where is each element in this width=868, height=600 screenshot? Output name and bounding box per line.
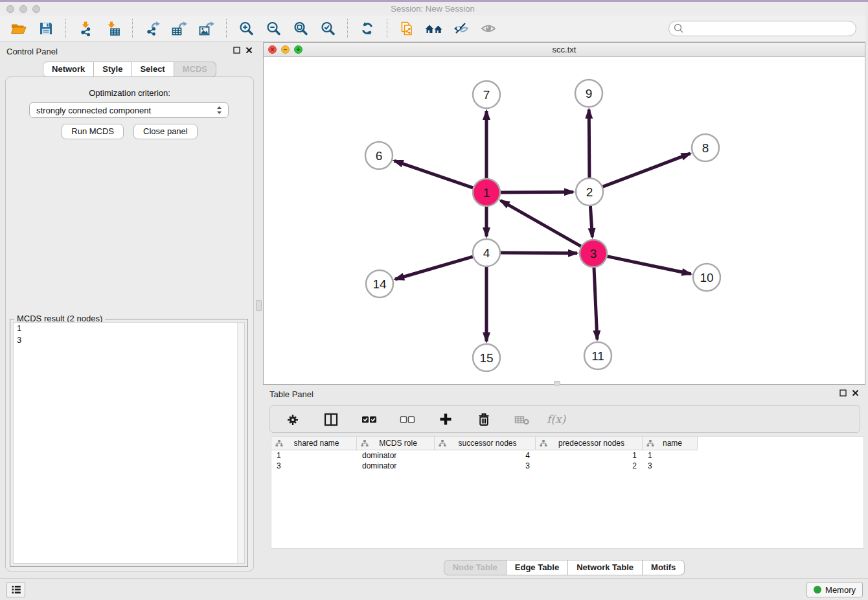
edge-2-3[interactable] bbox=[590, 206, 592, 237]
close-table-panel-icon[interactable] bbox=[852, 389, 859, 397]
edge-2-9[interactable] bbox=[589, 110, 589, 178]
table-options-button[interactable] bbox=[282, 409, 303, 430]
tab-network-table[interactable]: Network Table bbox=[568, 560, 643, 575]
node-14[interactable]: 14 bbox=[366, 270, 393, 297]
unchecked-boxes-icon bbox=[399, 411, 416, 427]
table-toolbar: f(x) bbox=[269, 405, 860, 433]
hide-details-button[interactable] bbox=[478, 18, 499, 39]
cell-shared-name[interactable]: 1 bbox=[271, 450, 357, 461]
show-column-panel-button[interactable] bbox=[321, 409, 341, 430]
cell-predecessor-nodes[interactable]: 1 bbox=[536, 450, 643, 461]
select-all-columns-button[interactable] bbox=[359, 409, 380, 430]
search-input[interactable] bbox=[685, 22, 856, 35]
vertical-splitter-handle[interactable] bbox=[256, 300, 262, 311]
import-table-icon bbox=[105, 21, 120, 36]
column-type-icon bbox=[646, 439, 654, 447]
graphics-details-button[interactable] bbox=[451, 18, 472, 39]
float-table-panel-icon[interactable] bbox=[839, 389, 847, 397]
memory-button[interactable]: Memory bbox=[806, 582, 863, 597]
create-column-button[interactable] bbox=[435, 409, 456, 430]
node-3[interactable]: 3 bbox=[580, 240, 607, 267]
node-9[interactable]: 9 bbox=[575, 80, 602, 107]
network-overview-button[interactable] bbox=[424, 18, 444, 39]
cell-mcds-role[interactable]: dominator bbox=[357, 461, 435, 471]
edge-3-1[interactable] bbox=[501, 200, 581, 246]
run-mcds-button[interactable]: Run MCDS bbox=[62, 124, 124, 139]
column-header-name[interactable]: name bbox=[643, 437, 698, 450]
node-1[interactable]: 1 bbox=[473, 179, 500, 206]
tab-network[interactable]: Network bbox=[43, 62, 94, 77]
zoom-out-button[interactable] bbox=[263, 18, 284, 39]
export-image-button[interactable] bbox=[196, 18, 217, 39]
table-header-row: shared nameMCDS rolesuccessor nodesprede… bbox=[271, 437, 863, 450]
edge-2-8[interactable] bbox=[603, 154, 691, 187]
edge-1-6[interactable] bbox=[394, 161, 474, 188]
node-label: 14 bbox=[372, 277, 387, 291]
node-label: 10 bbox=[700, 271, 713, 284]
tab-motifs[interactable]: Motifs bbox=[643, 560, 685, 575]
export-network-button[interactable] bbox=[142, 18, 163, 39]
cell-mcds-role[interactable]: dominator bbox=[357, 450, 435, 461]
cell-predecessor-nodes[interactable]: 2 bbox=[536, 461, 643, 471]
result-line: 1 bbox=[14, 323, 244, 334]
edge-3-11[interactable] bbox=[594, 268, 597, 340]
mcds-result-groupbox: MCDS result (2 nodes) 13 bbox=[10, 319, 248, 567]
duplicate-network-button[interactable] bbox=[396, 18, 417, 39]
duplicate-network-icon bbox=[399, 21, 415, 36]
edge-1-2[interactable] bbox=[501, 192, 573, 192]
column-header-successor-nodes[interactable]: successor nodes bbox=[435, 437, 536, 450]
node-7[interactable]: 7 bbox=[473, 81, 500, 108]
delete-columns-button[interactable] bbox=[474, 409, 494, 430]
edge-3-10[interactable] bbox=[608, 257, 691, 274]
zoom-selected-button[interactable] bbox=[317, 18, 338, 39]
open-session-button[interactable] bbox=[8, 18, 29, 39]
zoom-fit-button[interactable] bbox=[290, 18, 311, 39]
mcds-result-text[interactable]: 13 bbox=[13, 322, 245, 564]
result-scrollbar[interactable] bbox=[237, 323, 244, 563]
network-canvas[interactable]: 7968124314101511 bbox=[264, 57, 865, 384]
node-4[interactable]: 4 bbox=[473, 239, 500, 266]
apply-layout-button[interactable] bbox=[357, 18, 378, 39]
task-history-button[interactable] bbox=[6, 582, 25, 597]
tab-mcds[interactable]: MCDS bbox=[174, 62, 216, 77]
cell-name[interactable]: 3 bbox=[643, 461, 698, 471]
import-network-button[interactable] bbox=[75, 18, 96, 39]
search-box bbox=[668, 21, 856, 36]
node-label: 1 bbox=[483, 186, 490, 200]
cell-successor-nodes[interactable]: 3 bbox=[435, 461, 536, 471]
float-panel-icon[interactable] bbox=[233, 47, 240, 54]
save-session-button[interactable] bbox=[36, 18, 56, 39]
node-label: 8 bbox=[702, 141, 709, 155]
cell-successor-nodes[interactable]: 4 bbox=[435, 450, 536, 461]
close-panel-button[interactable]: Close panel bbox=[133, 124, 198, 139]
deselect-all-columns-button[interactable] bbox=[397, 409, 418, 430]
cell-name[interactable]: 1 bbox=[643, 450, 698, 461]
column-header-mcds-role[interactable]: MCDS role bbox=[357, 437, 435, 450]
tab-edge-table[interactable]: Edge Table bbox=[507, 560, 568, 575]
column-header-shared-name[interactable]: shared name bbox=[271, 437, 357, 450]
import-network-icon bbox=[78, 21, 93, 36]
tab-style[interactable]: Style bbox=[94, 62, 131, 77]
zoom-in-button[interactable] bbox=[236, 18, 257, 39]
tab-node-table[interactable]: Node Table bbox=[444, 560, 507, 575]
node-15[interactable]: 15 bbox=[473, 344, 500, 371]
node-10[interactable]: 10 bbox=[693, 264, 720, 291]
node-2[interactable]: 2 bbox=[576, 178, 603, 205]
mcds-panel: Optimization criterion: strongly connect… bbox=[5, 76, 254, 571]
optimization-criterion-select[interactable]: strongly connected component bbox=[29, 102, 229, 118]
column-header-predecessor-nodes[interactable]: predecessor nodes bbox=[536, 437, 643, 450]
table-panel-title: Table Panel bbox=[269, 389, 314, 399]
edge-4-14[interactable] bbox=[395, 257, 473, 279]
node-11[interactable]: 11 bbox=[584, 342, 611, 369]
node-8[interactable]: 8 bbox=[692, 134, 719, 161]
optimization-criterion-label: Optimization criterion: bbox=[6, 88, 253, 98]
close-panel-icon[interactable] bbox=[246, 47, 253, 54]
edge-4-3[interactable] bbox=[501, 253, 577, 253]
import-table-button[interactable] bbox=[102, 18, 123, 39]
tab-select[interactable]: Select bbox=[131, 62, 174, 77]
export-table-button[interactable] bbox=[169, 18, 190, 39]
eye-disabled-icon bbox=[480, 21, 497, 36]
node-6[interactable]: 6 bbox=[365, 142, 393, 169]
table-panel-tabs: Node TableEdge TableNetwork TableMotifs bbox=[263, 560, 865, 575]
cell-shared-name[interactable]: 3 bbox=[271, 461, 357, 471]
